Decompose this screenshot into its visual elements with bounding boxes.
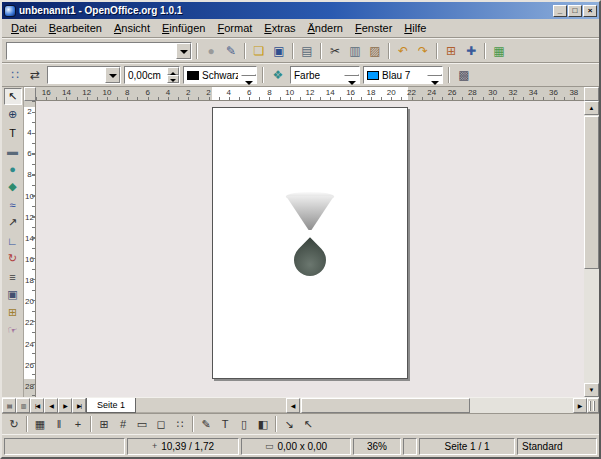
vertical-ruler[interactable]: 246810121416182022242628 [24,101,36,397]
text-tool[interactable]: T [4,124,22,141]
open-document-icon[interactable]: ❏ [250,42,268,60]
fill-style-dropdown-button[interactable] [344,74,359,76]
menu-fenster[interactable]: Fenster [349,20,398,36]
edit-points-icon[interactable]: ∷ [6,66,24,84]
copy-icon[interactable]: ▥ [346,42,364,60]
arrange-tool[interactable]: ▣ [4,286,22,303]
exit-group-icon[interactable]: ↖ [299,415,317,433]
rotation-mode-icon[interactable]: ↻ [5,415,23,433]
print-icon[interactable]: ▤ [298,42,316,60]
menu-format[interactable]: Format [211,20,258,36]
effects-tool[interactable]: ↻ [4,250,22,267]
status-zoom-cell[interactable]: 36% [353,438,401,455]
scrollbar-corner-button[interactable] [584,87,599,101]
spin-up-button[interactable] [167,67,179,75]
menu-datei[interactable]: Datei [5,20,43,36]
scroll-down-button[interactable]: ▼ [584,383,599,397]
curve-tool[interactable]: ≈ [4,196,22,213]
close-button[interactable]: × [583,5,597,17]
snap-to-object-border-icon[interactable]: ◻ [152,415,170,433]
window-split-handle[interactable] [587,398,599,413]
snap-to-grid-icon[interactable]: ⊞ [95,415,113,433]
url-dropdown-button[interactable] [176,43,191,59]
interaction-tool[interactable]: ☞ [4,322,22,339]
snap-to-margins-icon[interactable]: ▭ [133,415,151,433]
maximize-button[interactable]: □ [568,5,582,17]
ruler-corner-button[interactable] [24,87,36,101]
show-snap-lines-icon[interactable]: ‖ [50,415,68,433]
navigator-icon[interactable]: ✚ [462,42,480,60]
show-grid-icon[interactable]: ▦ [31,415,49,433]
snap-to-snap-lines-icon[interactable]: # [114,415,132,433]
page-view-toggle[interactable]: ▤ [2,398,16,413]
status-position-cell[interactable]: + 10,39 / 1,72 [127,438,239,455]
title-bar[interactable]: unbenannt1 - OpenOffice.org 1.0.1 _□× [2,2,599,19]
select-tool[interactable]: ↖ [4,88,22,105]
select-text-area-icon[interactable]: T [216,415,234,433]
menu-ansicht[interactable]: Ansicht [108,20,156,36]
menu-hilfe[interactable]: Hilfe [398,20,432,36]
fill-icon[interactable]: ❖ [269,66,287,84]
gallery-icon[interactable]: ▦ [490,42,508,60]
vertical-scroll-track[interactable] [584,115,599,383]
fill-color-dropdown-button[interactable] [427,74,442,76]
url-input[interactable] [7,43,176,59]
ellipse-tool[interactable]: ● [4,160,22,177]
layer-view-toggle[interactable]: ▥ [16,398,30,413]
minimize-button[interactable]: _ [553,5,567,17]
undo-icon[interactable]: ↶ [394,42,412,60]
insert-tool[interactable]: ⊞ [4,304,22,321]
scroll-left-button[interactable]: ◀ [286,398,300,413]
paste-icon[interactable]: ▨ [366,42,384,60]
drawing-canvas[interactable] [36,101,584,397]
insert-object-icon[interactable]: ⊞ [442,42,460,60]
guides-when-moving-icon[interactable]: + [69,415,87,433]
page[interactable] [212,107,408,379]
enter-group-icon[interactable]: ↘ [280,415,298,433]
rectangle-tool[interactable]: ▬ [4,142,22,159]
redo-icon[interactable]: ↷ [414,42,432,60]
double-click-text-icon[interactable]: ▯ [235,415,253,433]
status-size-cell[interactable]: ▭ 0,00 x 0,00 [241,438,351,455]
save-document-icon[interactable]: ▣ [270,42,288,60]
fill-style-select[interactable]: Farbe [290,66,360,84]
next-page-button[interactable]: ▶ [58,398,72,413]
menu-bearbeiten[interactable]: Bearbeiten [43,20,108,36]
snap-to-object-points-icon[interactable]: ∷ [171,415,189,433]
line-width-input[interactable] [125,67,167,83]
stop-loading-icon[interactable]: ● [202,42,220,60]
line-style-dropdown-button[interactable] [105,67,120,83]
line-ends-icon[interactable]: ⇄ [26,66,44,84]
line-style-select[interactable] [47,66,121,84]
horizontal-scroll-thumb[interactable] [301,398,470,413]
scroll-up-button[interactable]: ▲ [584,101,599,115]
vertical-scroll-thumb[interactable] [584,116,599,269]
horizontal-ruler[interactable]: 1614121086422468101214161820222426283032… [36,87,584,101]
status-style-cell[interactable]: Standard [517,438,597,455]
fill-color-select[interactable]: Blau 7 [363,66,443,84]
lines-arrows-tool[interactable]: ↗ [4,214,22,231]
horizontal-scrollbar[interactable]: ◀ ▶ [286,398,587,413]
last-page-button[interactable]: ▶| [72,398,86,413]
first-page-button[interactable]: |◀ [30,398,44,413]
modify-with-attributes-icon[interactable]: ◧ [254,415,272,433]
menu-aendern[interactable]: Ändern [302,20,349,36]
line-color-select[interactable]: Schwarz [183,66,257,84]
line-color-dropdown-button[interactable] [241,74,256,76]
previous-page-button[interactable]: ◀ [44,398,58,413]
menu-einfuegen[interactable]: Einfügen [156,20,211,36]
alignment-tool[interactable]: ≡ [4,268,22,285]
zoom-tool[interactable]: ⊕ [4,106,22,123]
menu-extras[interactable]: Extras [258,20,301,36]
status-page-cell[interactable]: Seite 1 / 1 [419,438,515,455]
shadow-icon[interactable]: ▩ [455,66,473,84]
connector-tool[interactable]: ∟ [4,232,22,249]
page-tab-seite-1[interactable]: Seite 1 [86,398,136,413]
spin-down-button[interactable] [167,75,179,83]
3d-objects-tool[interactable]: ◆ [4,178,22,195]
quick-edit-icon[interactable]: ✎ [197,415,215,433]
edit-file-icon[interactable]: ✎ [222,42,240,60]
vertical-scrollbar[interactable]: ▲ ▼ [584,101,599,397]
cut-icon[interactable]: ✂ [326,42,344,60]
scroll-right-button[interactable]: ▶ [573,398,587,413]
